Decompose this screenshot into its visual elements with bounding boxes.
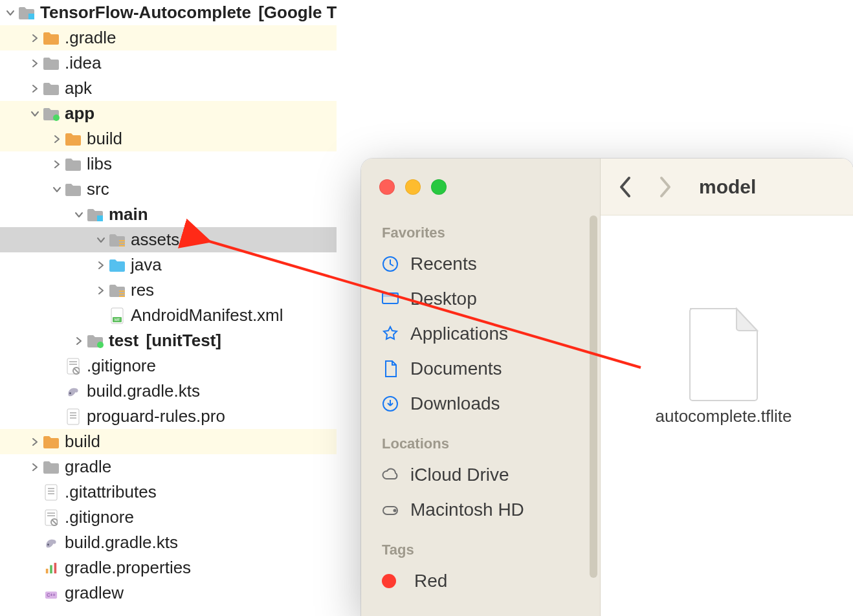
tree-row[interactable]: build.gradle.kts: [0, 379, 337, 404]
tree-row[interactable]: .idea: [0, 50, 337, 76]
tree-row[interactable]: app: [0, 101, 337, 126]
close-window-button[interactable]: [379, 179, 395, 195]
gitignore-icon: [63, 358, 83, 375]
folder-blue-icon: [107, 258, 127, 272]
tree-item-label: main: [107, 204, 148, 225]
tree-item-label: gradle: [63, 457, 111, 477]
tree-row[interactable]: .gitignore: [0, 505, 337, 530]
expand-arrow-icon[interactable]: [94, 236, 107, 245]
finder-sidebar: Favorites RecentsDesktopApplicationsDocu…: [361, 159, 601, 616]
tree-row[interactable]: .gradle: [0, 25, 337, 50]
expand-arrow-icon[interactable]: [28, 463, 41, 472]
svg-rect-6: [119, 291, 125, 292]
svg-rect-34: [50, 565, 52, 573]
tree-item-label: test [unitTest]: [107, 331, 221, 351]
tree-row[interactable]: apk: [0, 76, 337, 101]
svg-rect-33: [46, 568, 49, 573]
expand-arrow-icon[interactable]: [28, 84, 41, 93]
sidebar-item-label: Documents: [410, 358, 502, 379]
expand-arrow-icon[interactable]: [28, 437, 41, 446]
svg-rect-35: [54, 562, 57, 573]
folder-gray-icon: [41, 460, 61, 474]
tree-row[interactable]: main: [0, 202, 337, 227]
sidebar-item-applications[interactable]: Applications: [361, 316, 600, 351]
svg-point-1: [53, 115, 60, 121]
sidebar-item-macintosh-hd[interactable]: Macintosh HD: [361, 492, 600, 527]
expand-arrow-icon[interactable]: [28, 59, 41, 68]
tree-row[interactable]: res: [0, 278, 337, 303]
expand-arrow-icon[interactable]: [50, 160, 63, 169]
documents-icon: [379, 359, 401, 379]
expand-arrow-icon[interactable]: [72, 336, 85, 346]
expand-arrow-icon[interactable]: [50, 135, 63, 144]
tree-row[interactable]: test [unitTest]: [0, 328, 337, 353]
tree-row[interactable]: java: [0, 252, 337, 278]
tree-item-label: gradle.properties: [63, 558, 191, 578]
tree-item-label: .idea: [63, 53, 101, 73]
sidebar-scrollbar[interactable]: [590, 215, 597, 584]
tree-item-label: gradlew: [63, 583, 124, 603]
sidebar-item-documents[interactable]: Documents: [361, 351, 600, 386]
folder-orange-icon: [41, 31, 61, 45]
tree-row[interactable]: MFAndroidManifest.xml: [0, 303, 337, 328]
expand-arrow-icon[interactable]: [72, 210, 85, 219]
finder-folder-title: model: [699, 176, 756, 198]
svg-rect-7: [119, 293, 125, 294]
sidebar-tag-red[interactable]: Red: [361, 564, 600, 599]
svg-text:MF: MF: [115, 318, 120, 322]
tree-item-label: libs: [85, 154, 112, 174]
file-item[interactable]: autocomplete.tflite: [633, 307, 814, 427]
sidebar-item-recents[interactable]: Recents: [361, 247, 600, 281]
gradlekts-icon: [41, 534, 61, 551]
tree-item-label: proguard-rules.pro: [85, 406, 225, 426]
tree-item-label: .gitignore: [85, 356, 156, 376]
tree-row[interactable]: .gitattributes: [0, 479, 337, 505]
sidebar-item-desktop[interactable]: Desktop: [361, 281, 600, 316]
expand-arrow-icon[interactable]: [28, 34, 41, 43]
tree-row[interactable]: src: [0, 177, 337, 202]
file-name-label: autocomplete.tflite: [655, 406, 792, 427]
folder-gray-icon: [63, 182, 83, 197]
sidebar-item-label: Red: [414, 571, 447, 591]
gradleprops-icon: [41, 560, 61, 577]
cppfile-icon: C++: [41, 585, 61, 602]
tree-row[interactable]: C++gradlew: [0, 580, 337, 606]
tree-row[interactable]: build.gradle.kts: [0, 530, 337, 555]
nav-forward-button[interactable]: [652, 169, 678, 205]
expand-arrow-icon[interactable]: [50, 185, 63, 194]
folder-orange-icon: [63, 132, 83, 146]
sidebar-item-icloud-drive[interactable]: iCloud Drive: [361, 457, 600, 492]
tree-row[interactable]: proguard-rules.pro: [0, 404, 337, 429]
folder-gray-icon: [41, 56, 61, 71]
sidebar-item-downloads[interactable]: Downloads: [361, 386, 600, 421]
tree-item-label: build.gradle.kts: [63, 533, 178, 553]
nav-back-button[interactable]: [612, 169, 638, 205]
tree-item-label: TensorFlow-Autocomplete [Google T: [39, 3, 337, 23]
tree-item-label: res: [129, 280, 154, 300]
tree-row[interactable]: .gitignore: [0, 353, 337, 379]
tree-row[interactable]: build: [0, 429, 337, 454]
tree-row[interactable]: libs: [0, 151, 337, 177]
minimize-window-button[interactable]: [405, 179, 421, 195]
expand-arrow-icon[interactable]: [94, 261, 107, 270]
expand-arrow-icon[interactable]: [28, 109, 41, 118]
expand-arrow-icon[interactable]: [94, 286, 107, 295]
svg-point-18: [69, 392, 71, 394]
sidebar-item-label: Downloads: [410, 393, 500, 414]
tree-row[interactable]: assets: [0, 227, 337, 252]
tree-row[interactable]: TensorFlow-Autocomplete [Google T: [0, 0, 337, 25]
favorites-section-title: Favorites: [361, 210, 600, 247]
tag-color-icon: [382, 574, 396, 588]
expand-arrow-icon[interactable]: [4, 8, 17, 17]
module-dot-icon: [41, 107, 61, 121]
module-gr-icon: [85, 334, 105, 348]
svg-rect-40: [382, 293, 398, 296]
tree-row[interactable]: gradle.properties: [0, 555, 337, 580]
tree-row[interactable]: build: [0, 126, 337, 151]
svg-point-12: [97, 342, 104, 348]
tree-item-label: .gitattributes: [63, 482, 157, 502]
maximize-window-button[interactable]: [431, 179, 447, 195]
sidebar-item-label: Recents: [410, 254, 477, 274]
finder-window: Favorites RecentsDesktopApplicationsDocu…: [361, 159, 853, 616]
tree-row[interactable]: gradle: [0, 454, 337, 479]
